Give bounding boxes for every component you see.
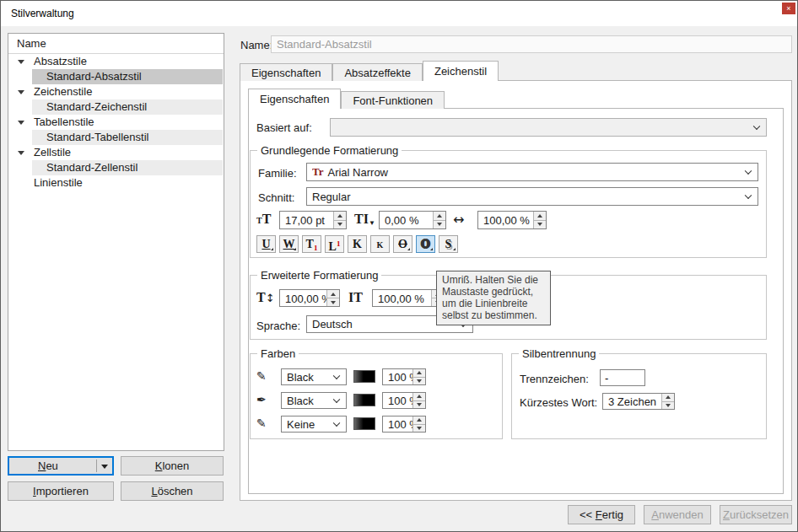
char-width-spinner[interactable]: 100,00 %	[477, 211, 547, 229]
chevron-down-icon	[333, 420, 340, 427]
spin-down-button[interactable]	[433, 221, 445, 229]
tree-item-tabellenstile[interactable]: Tabellenstile	[8, 115, 224, 130]
fill-color-combo[interactable]: Black	[281, 368, 347, 385]
chevron-down-icon	[745, 192, 752, 199]
shadow-button[interactable]: S	[439, 235, 458, 253]
style-name-input	[271, 35, 792, 53]
group-title: Grundlegende Formatierung	[257, 144, 402, 157]
text-height-scale-icon: T↕	[256, 290, 275, 305]
fill-shade-spinner[interactable]: 100 %	[382, 368, 426, 385]
smallest-word-label: Kürzestes Wort:	[520, 396, 597, 409]
clone-button[interactable]: Klonen	[121, 456, 224, 476]
delete-button[interactable]: Löschen	[121, 481, 224, 501]
baseline-offset-spinner[interactable]: 0,00 %	[379, 211, 446, 229]
spin-down-button[interactable]	[412, 378, 425, 385]
group-title: Erweiterte Formatierung	[257, 269, 381, 282]
import-button[interactable]: Importieren	[8, 481, 114, 501]
stroke-color-icon: ✒	[256, 393, 267, 406]
spin-up-button[interactable]	[412, 369, 425, 378]
background-shade-spinner[interactable]: 100 %	[382, 416, 426, 433]
tab-inner-eigenschaften[interactable]: Eigenschaften	[248, 89, 341, 109]
tree-item-standard-tabellenstil[interactable]: Standard-Tabellenstil	[8, 130, 224, 145]
chevron-down-icon	[18, 60, 24, 64]
chevron-down-icon	[753, 123, 760, 130]
smallest-word-spinner[interactable]: 3 Zeichen	[602, 393, 675, 410]
outline-tooltip: Umriß. Halten Sie die Maustaste gedrückt…	[436, 271, 551, 325]
tab-font-funktionen[interactable]: Font-Funktionen	[341, 91, 445, 109]
chevron-down-icon	[18, 151, 24, 155]
spin-down-button[interactable]	[412, 425, 425, 433]
text-width-spinner[interactable]: 100,00 %	[372, 289, 445, 307]
dropdown-arrow-icon	[101, 465, 108, 469]
font-family-combo[interactable]: Tr Arial Narrow	[306, 163, 758, 181]
tree-item-standard-zellenstil[interactable]: Standard-Zellenstil	[8, 160, 224, 175]
stroke-color-combo[interactable]: Black	[281, 392, 347, 409]
tree-item-zeichenstile[interactable]: Zeichenstile	[8, 84, 224, 99]
tab-eigenschaften[interactable]: Eigenschaften	[240, 63, 332, 81]
options-corner-icon	[271, 248, 273, 250]
word-underline-button[interactable]: W	[279, 235, 299, 253]
style-manager-dialog: Stilverwaltung × Name Absatzstile Standa…	[0, 0, 798, 532]
all-caps-button[interactable]: K	[348, 235, 367, 253]
tree-item-zellstile[interactable]: Zellstile	[8, 145, 224, 160]
font-style-combo[interactable]: Regular	[306, 187, 758, 206]
style-tree: Name Absatzstile Standard-Absatzstil Zei…	[8, 33, 224, 451]
reset-button: Zurücksetzen	[720, 505, 792, 524]
based-on-combo[interactable]	[330, 118, 767, 137]
fill-color-swatch	[353, 370, 375, 383]
name-label: Name:	[240, 39, 272, 51]
spin-up-button[interactable]	[533, 212, 546, 221]
underline-button[interactable]: U	[256, 235, 276, 253]
close-button[interactable]: ×	[782, 3, 795, 14]
spin-up-button[interactable]	[333, 212, 346, 221]
superscript-button[interactable]: L1	[325, 235, 344, 253]
truetype-font-icon: Tr	[312, 165, 323, 179]
stroke-shade-spinner[interactable]: 100 %	[382, 392, 426, 409]
window-title: Stilverwaltung	[11, 1, 74, 26]
style-tabs: Eigenschaften Absatzeffekte Zeichenstil	[240, 61, 499, 81]
spin-down-button[interactable]	[533, 221, 546, 229]
chevron-down-icon	[18, 90, 24, 94]
tree-item-standard-absatzstil[interactable]: Standard-Absatzstil	[8, 69, 224, 84]
hyphen-char-label: Trennzeichen:	[520, 373, 589, 385]
tree-item-absatzstile[interactable]: Absatzstile	[8, 54, 224, 69]
chevron-down-icon	[745, 168, 752, 175]
font-size-spinner[interactable]: 17,00 pt	[279, 211, 347, 229]
spin-up-button[interactable]	[412, 416, 425, 425]
options-corner-icon	[430, 248, 433, 250]
done-button[interactable]: << Fertig	[568, 505, 635, 524]
spin-down-button[interactable]	[412, 401, 425, 409]
small-caps-button[interactable]: K	[370, 235, 390, 253]
spin-up-button[interactable]	[661, 394, 674, 402]
spin-down-button[interactable]	[661, 402, 674, 410]
baseline-offset-icon: TI▼	[354, 212, 375, 227]
tree-item-linienstile[interactable]: Linienstile	[8, 175, 224, 191]
group-title: Silbentrennung	[519, 347, 599, 360]
title-bar[interactable]: Stilverwaltung ×	[1, 1, 797, 26]
spin-down-button[interactable]	[326, 298, 339, 306]
background-color-combo[interactable]: Keine	[281, 416, 347, 433]
fill-color-icon: ✎	[256, 369, 267, 383]
based-on-label: Basiert auf:	[256, 121, 312, 134]
tab-absatzeffekte[interactable]: Absatzeffekte	[332, 63, 423, 81]
stroke-color-swatch	[353, 394, 375, 406]
text-width-scale-icon: IT	[348, 290, 363, 305]
spin-up-button[interactable]	[433, 212, 445, 221]
spin-up-button[interactable]	[412, 393, 425, 401]
font-size-icon: TT	[256, 212, 271, 227]
new-button[interactable]: Neu	[8, 456, 114, 476]
chevron-down-icon	[18, 121, 24, 125]
outline-button[interactable]: O	[416, 235, 435, 253]
options-corner-icon	[407, 248, 410, 250]
tab-zeichenstil[interactable]: Zeichenstil	[423, 61, 499, 81]
subscript-button[interactable]: T1	[302, 235, 321, 253]
spin-down-button[interactable]	[333, 221, 346, 229]
character-style-tabs: Eigenschaften Font-Funktionen	[248, 88, 445, 109]
spin-up-button[interactable]	[326, 290, 339, 298]
strikethrough-button[interactable]: O	[393, 235, 412, 253]
text-height-spinner[interactable]: 100,00 %	[279, 289, 340, 307]
apply-button: Anwenden	[644, 505, 711, 524]
hyphen-char-input[interactable]	[600, 369, 645, 386]
options-corner-icon	[453, 248, 456, 250]
tree-item-standard-zeichenstil[interactable]: Standard-Zeichenstil	[8, 99, 224, 115]
